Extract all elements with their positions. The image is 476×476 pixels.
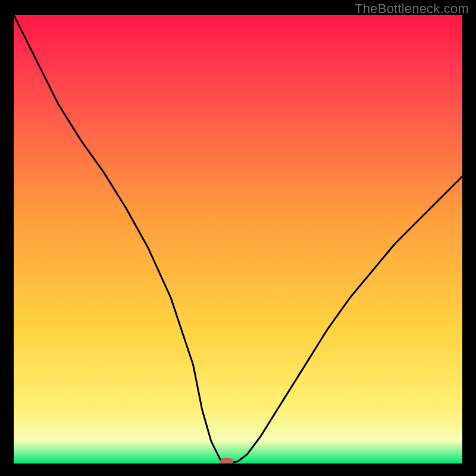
- optimal-marker: [220, 458, 233, 464]
- chart-frame: TheBottleneck.com: [0, 0, 476, 476]
- plot-svg: [14, 15, 462, 464]
- bottleneck-plot: [14, 15, 462, 464]
- gradient-background: [14, 15, 462, 464]
